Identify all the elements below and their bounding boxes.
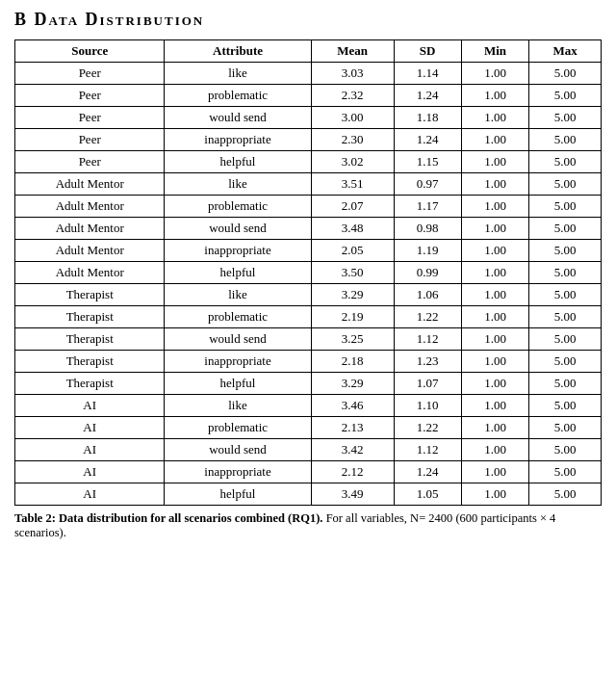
table-cell: 1.00: [461, 218, 529, 240]
table-cell: 3.29: [311, 373, 394, 395]
table-cell: 1.00: [461, 196, 529, 218]
table-cell: 1.05: [394, 483, 461, 506]
table-cell: 5.00: [529, 262, 602, 284]
col-header-source: Source: [15, 40, 165, 63]
table-cell: 3.29: [311, 284, 394, 306]
table-cell: 1.15: [394, 151, 461, 173]
table-row: Therapistproblematic2.191.221.005.00: [15, 306, 602, 328]
table-cell: 2.05: [311, 240, 394, 262]
table-cell: 1.00: [461, 483, 529, 506]
table-cell: 3.02: [311, 151, 394, 173]
table-cell: 5.00: [529, 85, 602, 107]
table-cell: Adult Mentor: [15, 240, 165, 262]
table-cell: 5.00: [529, 395, 602, 417]
table-cell: Therapist: [15, 284, 165, 306]
table-cell: 1.22: [394, 306, 461, 328]
table-cell: 2.18: [311, 351, 394, 373]
col-header-mean: Mean: [311, 40, 394, 63]
table-cell: 1.00: [461, 284, 529, 306]
table-cell: 1.22: [394, 417, 461, 439]
table-cell: 5.00: [529, 351, 602, 373]
table-cell: 5.00: [529, 129, 602, 151]
table-cell: 5.00: [529, 63, 602, 85]
table-cell: inappropriate: [165, 461, 311, 483]
table-cell: inappropriate: [165, 351, 311, 373]
table-row: Peerproblematic2.321.241.005.00: [15, 85, 602, 107]
table-caption: Table 2: Data distribution for all scena…: [14, 511, 602, 540]
table-row: Therapistinappropriate2.181.231.005.00: [15, 351, 602, 373]
table-cell: Therapist: [15, 306, 165, 328]
table-cell: 1.14: [394, 63, 461, 85]
table-row: AIwould send3.421.121.005.00: [15, 439, 602, 461]
table-cell: Adult Mentor: [15, 218, 165, 240]
table-cell: like: [165, 173, 311, 196]
table-header-row: Source Attribute Mean SD Min Max: [15, 40, 602, 63]
table-cell: 1.19: [394, 240, 461, 262]
table-cell: 1.00: [461, 306, 529, 328]
table-cell: 2.30: [311, 129, 394, 151]
table-cell: 1.24: [394, 129, 461, 151]
table-cell: 1.00: [461, 262, 529, 284]
table-row: Adult Mentorinappropriate2.051.191.005.0…: [15, 240, 602, 262]
table-cell: like: [165, 63, 311, 85]
table-cell: 3.03: [311, 63, 394, 85]
data-table: Source Attribute Mean SD Min Max Peerlik…: [14, 39, 602, 506]
table-cell: Adult Mentor: [15, 173, 165, 196]
table-cell: 2.32: [311, 85, 394, 107]
table-cell: 1.00: [461, 395, 529, 417]
table-cell: problematic: [165, 417, 311, 439]
table-cell: 0.98: [394, 218, 461, 240]
table-cell: AI: [15, 461, 165, 483]
table-cell: Adult Mentor: [15, 196, 165, 218]
table-cell: helpful: [165, 151, 311, 173]
table-row: Peerwould send3.001.181.005.00: [15, 107, 602, 129]
table-cell: would send: [165, 328, 311, 351]
table-cell: Therapist: [15, 351, 165, 373]
table-cell: AI: [15, 483, 165, 506]
table-cell: Peer: [15, 63, 165, 85]
table-cell: 1.00: [461, 417, 529, 439]
table-cell: 2.19: [311, 306, 394, 328]
table-cell: 1.00: [461, 351, 529, 373]
table-cell: 2.07: [311, 196, 394, 218]
table-cell: 1.00: [461, 129, 529, 151]
table-cell: 5.00: [529, 151, 602, 173]
table-cell: like: [165, 395, 311, 417]
table-cell: 3.25: [311, 328, 394, 351]
table-cell: 1.18: [394, 107, 461, 129]
table-cell: Peer: [15, 85, 165, 107]
table-cell: AI: [15, 439, 165, 461]
table-cell: 1.00: [461, 63, 529, 85]
table-cell: 5.00: [529, 306, 602, 328]
table-cell: 5.00: [529, 461, 602, 483]
table-row: Adult Mentorlike3.510.971.005.00: [15, 173, 602, 196]
table-row: Peerlike3.031.141.005.00: [15, 63, 602, 85]
table-row: AIproblematic2.131.221.005.00: [15, 417, 602, 439]
col-header-attribute: Attribute: [165, 40, 311, 63]
table-row: Adult Mentorhelpful3.500.991.005.00: [15, 262, 602, 284]
table-cell: AI: [15, 417, 165, 439]
table-cell: 1.10: [394, 395, 461, 417]
table-cell: 5.00: [529, 328, 602, 351]
table-cell: 0.99: [394, 262, 461, 284]
table-cell: 1.06: [394, 284, 461, 306]
table-row: Peerinappropriate2.301.241.005.00: [15, 129, 602, 151]
table-cell: helpful: [165, 373, 311, 395]
table-row: Therapistlike3.291.061.005.00: [15, 284, 602, 306]
table-cell: 1.00: [461, 461, 529, 483]
table-cell: Peer: [15, 107, 165, 129]
table-cell: 3.46: [311, 395, 394, 417]
table-cell: 1.00: [461, 151, 529, 173]
table-cell: 2.13: [311, 417, 394, 439]
table-cell: 5.00: [529, 373, 602, 395]
table-cell: 1.07: [394, 373, 461, 395]
table-cell: 1.00: [461, 439, 529, 461]
table-cell: helpful: [165, 483, 311, 506]
table-cell: 1.12: [394, 439, 461, 461]
table-cell: 3.48: [311, 218, 394, 240]
table-cell: 1.24: [394, 85, 461, 107]
table-cell: 0.97: [394, 173, 461, 196]
table-cell: 1.00: [461, 328, 529, 351]
table-cell: 3.51: [311, 173, 394, 196]
table-cell: would send: [165, 218, 311, 240]
